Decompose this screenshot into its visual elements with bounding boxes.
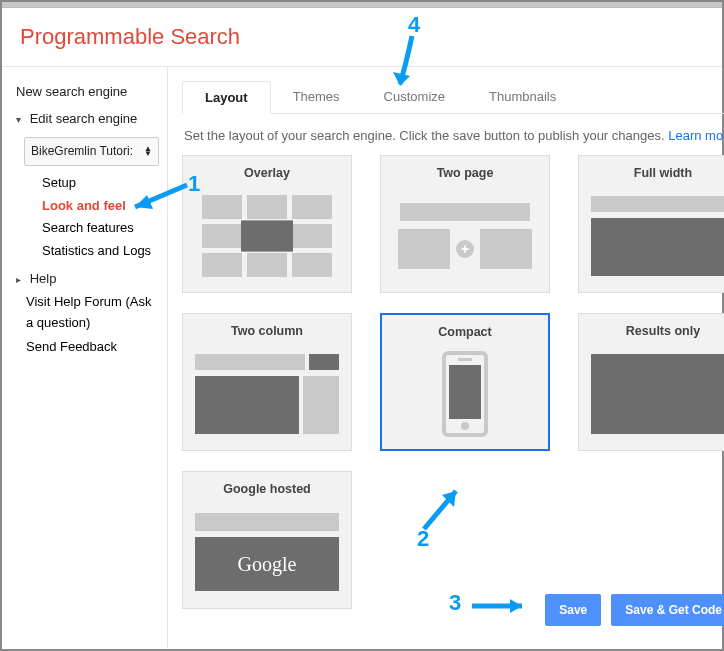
learn-more-link[interactable]: Learn mo [668, 128, 723, 143]
layout-card-full-width[interactable]: Full width [578, 155, 724, 293]
main-panel: Layout Themes Customize Thumbnails Set t… [167, 67, 724, 648]
tab-customize[interactable]: Customize [362, 81, 467, 113]
results-only-preview [587, 346, 724, 442]
layout-card-overlay[interactable]: Overlay [182, 155, 352, 293]
plus-icon: + [456, 240, 474, 258]
app-frame: Programmable Search New search engine Ed… [0, 0, 724, 651]
layout-description: Set the layout of your search engine. Cl… [182, 114, 724, 155]
full-width-preview [587, 188, 724, 284]
google-logo: Google [195, 537, 339, 591]
compact-preview [390, 347, 540, 441]
layout-card-google-hosted[interactable]: Google hosted Google [182, 471, 352, 609]
sidebar: New search engine Edit search engine Bik… [2, 67, 167, 648]
overlay-preview [191, 188, 343, 284]
app-header: Programmable Search [2, 8, 722, 67]
sidebar-item-look-and-feel[interactable]: Look and feel [42, 195, 159, 218]
layout-card-compact[interactable]: Compact [380, 313, 550, 451]
sidebar-item-statistics[interactable]: Statistics and Logs [42, 240, 159, 263]
two-column-preview [191, 346, 343, 442]
layout-card-results-only[interactable]: Results only [578, 313, 724, 451]
sidebar-item-setup[interactable]: Setup [42, 172, 159, 195]
sidebar-help[interactable]: Help [16, 269, 159, 290]
layout-card-two-page[interactable]: Two page + [380, 155, 550, 293]
sidebar-edit-engine[interactable]: Edit search engine [16, 106, 159, 133]
sidebar-item-search-features[interactable]: Search features [42, 217, 159, 240]
engine-select-value: BikeGremlin Tutori: [31, 142, 133, 161]
app-title: Programmable Search [20, 24, 722, 50]
sidebar-send-feedback[interactable]: Send Feedback [26, 337, 159, 358]
two-page-preview: + [389, 188, 541, 284]
engine-select[interactable]: BikeGremlin Tutori: ▲▼ [24, 137, 159, 166]
save-get-code-button[interactable]: Save & Get Code [611, 594, 724, 626]
sort-icon: ▲▼ [144, 146, 152, 156]
tabs: Layout Themes Customize Thumbnails [182, 81, 724, 114]
tab-thumbnails[interactable]: Thumbnails [467, 81, 578, 113]
google-hosted-preview: Google [191, 504, 343, 600]
layout-cards: Overlay Two page [182, 155, 724, 609]
sidebar-visit-forum[interactable]: Visit Help Forum (Ask a question) [26, 292, 159, 334]
tab-layout[interactable]: Layout [182, 81, 271, 114]
layout-card-two-column[interactable]: Two column [182, 313, 352, 451]
save-button[interactable]: Save [545, 594, 601, 626]
sidebar-new-engine[interactable]: New search engine [16, 79, 159, 106]
phone-icon [442, 351, 488, 437]
tab-themes[interactable]: Themes [271, 81, 362, 113]
